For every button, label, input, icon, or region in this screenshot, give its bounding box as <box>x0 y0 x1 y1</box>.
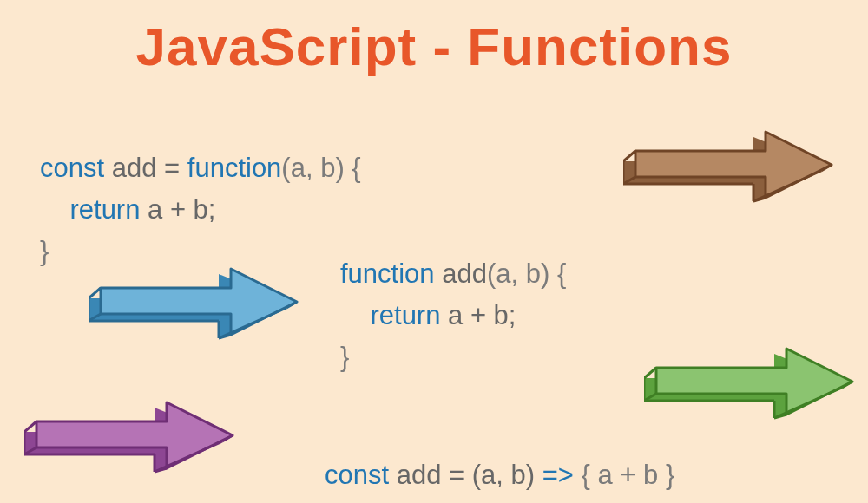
arrow-face <box>656 349 852 415</box>
code-text: { a + b } <box>574 460 674 490</box>
svg-line-16 <box>644 368 656 378</box>
code-line: return a + b; <box>40 189 457 231</box>
code-line: const add = (a, b) => { a + b } <box>325 454 863 496</box>
arrow-green-icon <box>644 347 857 429</box>
arrow-blue-icon <box>89 267 301 349</box>
arrow-purple-icon <box>24 401 237 483</box>
arrow-face <box>635 132 832 198</box>
svg-line-24 <box>24 421 36 432</box>
keyword-function: function <box>340 258 435 289</box>
arrow-brown-icon <box>623 130 836 212</box>
code-line: const add = function(a, b) { <box>40 147 457 189</box>
code-arrow-function: const add = (a, b) => { a + b } <box>325 454 863 496</box>
keyword-return: return <box>370 300 440 330</box>
code-text: add = (a, b) <box>389 460 542 490</box>
code-text: a + b; <box>140 194 215 225</box>
keyword-const: const <box>40 153 104 183</box>
code-line: function add(a, b) { <box>340 253 705 295</box>
code-params: (a, b) { <box>281 153 360 183</box>
code-text: a + b; <box>440 300 516 330</box>
arrow-operator: => <box>542 460 574 490</box>
arrow-face <box>101 269 297 335</box>
keyword-function: function <box>187 153 282 183</box>
code-indent <box>340 300 370 330</box>
code-params: (a, b) { <box>487 258 566 289</box>
keyword-return: return <box>69 194 140 225</box>
svg-line-0 <box>623 151 635 161</box>
code-text: add = <box>104 153 187 183</box>
arrow-face <box>36 402 233 468</box>
svg-line-8 <box>89 288 101 298</box>
page-title: JavaScript - Functions <box>0 16 868 77</box>
keyword-const: const <box>325 460 389 490</box>
code-indent <box>40 194 69 225</box>
code-text: add <box>435 258 487 289</box>
code-line: return a + b; <box>340 295 705 336</box>
